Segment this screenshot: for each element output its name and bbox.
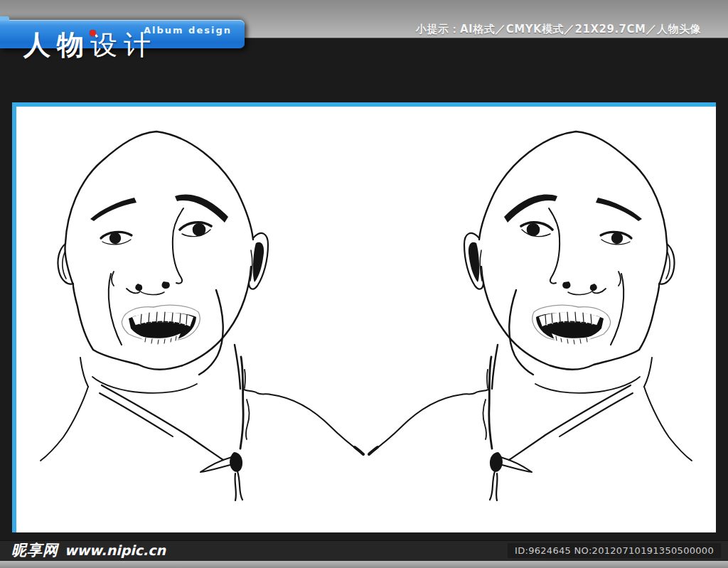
red-accent-dot-icon [90,30,96,36]
format-tip-text: 小提示：AI格式／CMYK模式／21X29.7CM／人物头像 [416,23,701,36]
site-url: www.nipic.cn [65,542,166,558]
image-id-label: ID:9624645 NO:20120710191350500000 [508,543,721,558]
portrait-line-art-right [369,132,692,500]
footer-bar: 昵享网www.nipic.cn ID:9624645 NO:2012071019… [0,540,728,561]
artwork-canvas [12,102,716,532]
page-title-secondary: 设计 [90,29,157,60]
banner-corner-tab [0,16,9,21]
bottom-gray-strip [0,560,728,568]
portrait-line-art-left [41,132,363,500]
page-title-primary: 人物 [23,29,90,60]
site-name: 昵享网 [11,542,58,559]
site-logo: 昵享网www.nipic.cn [11,541,166,561]
mirrored-portraits-line-art [16,107,716,532]
